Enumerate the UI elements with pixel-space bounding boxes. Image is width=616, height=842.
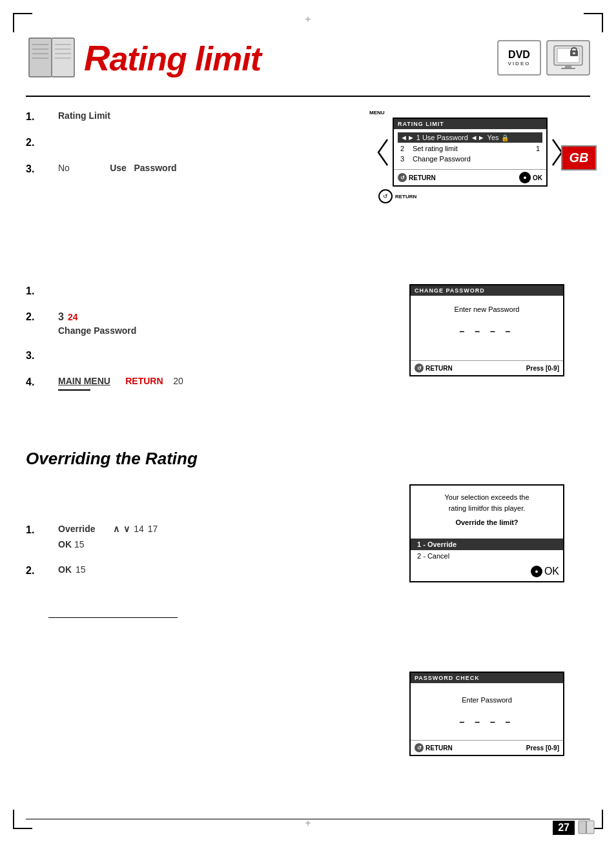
password-check-screen: PASSWORD CHECK Enter Password – – – – ↺ … (409, 672, 564, 756)
row3-num: 3 (400, 155, 411, 163)
step-num-2-4: 4. (26, 375, 45, 389)
menu-indicator-area: MENU (369, 110, 564, 116)
svg-rect-16 (573, 52, 575, 54)
step-2-2: 2. 3 24 Change Password (26, 310, 323, 337)
row1-arrows: ◄► (471, 134, 485, 141)
step-num-2-3: 3. (26, 349, 45, 363)
pc-title-bar: PASSWORD CHECK (411, 673, 563, 683)
ref-15-b: 15 (76, 564, 86, 577)
pc-press-label: Press [0-9] (526, 744, 559, 752)
step-content-1-1: Rating Limit (58, 110, 336, 123)
steps-area-4: 1. Override ∧ ∨ 14 17 OK 15 (26, 523, 310, 618)
ov-ok-btn: ● OK (531, 566, 559, 577)
row1-num: 1 (416, 134, 420, 141)
ov-body: Your selection exceeds the rating limitf… (411, 486, 563, 539)
left-cursor-icon (376, 136, 390, 169)
steps-area-1: 1. Rating Limit 2. 3. No Use Password (26, 110, 336, 188)
section2-change-password: 1. 2. 3 24 Change Password 3. 4. (26, 284, 590, 433)
cp-body: Enter new Password – – – – (411, 296, 563, 360)
step4-2-ok-label: OK (58, 564, 72, 577)
step-num-1-1: 1. (26, 110, 45, 124)
enter-new-password-text: Enter new Password (417, 305, 557, 313)
step-num-2-2: 2. (26, 310, 45, 324)
pc-return-label: RETURN (426, 744, 453, 752)
pc-dashes: – – – – (417, 717, 557, 727)
up-arrow-icon: ∧ (113, 523, 119, 536)
ov-text1: Your selection exceeds the (417, 492, 557, 503)
step2-content-row: 3 24 (58, 310, 323, 324)
step-content-4-1: Override ∧ ∨ 14 17 OK 15 (58, 523, 310, 551)
return-circle-btn: ↺ (378, 189, 393, 203)
tv-lock-icon (552, 44, 584, 71)
dvd-badge: DVD VIDEO (497, 40, 541, 76)
screen-row-3: 3 Change Password (398, 154, 542, 167)
step-content-2-4: MAIN MENU RETURN 20 (58, 375, 323, 391)
section1-rating-limit: 1. Rating Limit 2. 3. No Use Password (26, 110, 590, 278)
screen-row-1: ◄► 1 Use Password ◄► Yes 🔒 (398, 132, 542, 143)
svg-rect-17 (579, 821, 586, 834)
return-circle-icon: ↺ (398, 173, 407, 182)
arrow-left-icon: ◄► (400, 134, 415, 141)
step-text-1-1: Rating Limit (58, 110, 110, 121)
step4-2-row: OK 15 (58, 564, 310, 577)
password-dashes: – – – – (417, 326, 557, 336)
pc-return-btn: ↺ RETURN (415, 743, 453, 752)
step-num-4-2: 2. (26, 564, 45, 578)
footer-ok-label: OK (533, 174, 542, 181)
step-1-3: 3. No Use Password (26, 162, 336, 176)
step-4-2: 2. OK 15 (26, 564, 310, 578)
bottom-divider (26, 819, 590, 819)
ok-circle-icon: ● (519, 172, 531, 183)
step3-mid: Use (110, 163, 127, 173)
screen-nav-container: RATING LIMIT ◄► 1 Use Password ◄► Yes 🔒 (376, 118, 564, 187)
override-screen: Your selection exceeds the rating limitf… (409, 484, 564, 582)
return-indicator: ↺ RETURN (378, 189, 564, 203)
pc-return-circle-icon: ↺ (415, 743, 424, 752)
main-menu-label: MAIN MENU (58, 376, 110, 386)
ov-option-1[interactable]: 1 - Override (411, 539, 563, 550)
svg-rect-0 (29, 38, 52, 77)
screen-footer-1: ↺ RETURN ● OK (394, 169, 546, 185)
svg-rect-1 (52, 38, 74, 77)
step3-post: Password (134, 163, 177, 173)
page-ref-20: 20 (173, 376, 183, 386)
row1-label: Use Password (422, 134, 468, 141)
step2-page-ref: 24 (68, 311, 78, 324)
steps-area-2: 1. 2. 3 24 Change Password 3. 4. (26, 284, 323, 402)
step-num-1-3: 3. (26, 162, 45, 176)
step-2-1: 1. (26, 284, 323, 298)
return-text: RETURN (395, 194, 416, 200)
header-icons: DVD VIDEO (497, 40, 590, 76)
ov-footer: ● OK (411, 562, 563, 581)
page-number: 27 (553, 821, 575, 835)
ov-question: Override the limit? (417, 517, 557, 528)
rating-limit-screen: RATING LIMIT ◄► 1 Use Password ◄► Yes 🔒 (393, 118, 548, 187)
step-num-1-2: 2. (26, 136, 45, 150)
step-1-1: 1. Rating Limit (26, 110, 336, 124)
step-1-2: 2. (26, 136, 336, 150)
ov-text2: rating limitfor this player. (417, 503, 557, 514)
title-r-letter: R (84, 37, 109, 78)
row1-value: Yes (488, 134, 499, 141)
step4-1-ok-row: OK 15 (58, 539, 310, 551)
ov-ok-label: OK (544, 566, 559, 577)
pc-footer: ↺ RETURN Press [0-9] (411, 740, 563, 755)
cp-press-label: Press [0-9] (526, 365, 559, 372)
ref-14: 14 (134, 523, 144, 536)
screen-mockup-1: MENU RATING LIMIT ◄► 1 (376, 110, 564, 203)
svg-rect-14 (561, 68, 575, 69)
cp-footer: ↺ RETURN Press [0-9] (411, 360, 563, 375)
ov-ok-circle-icon: ● (531, 566, 542, 577)
ov-option-2[interactable]: 2 - Cancel (411, 550, 563, 562)
bottom-underline (48, 617, 178, 618)
svg-rect-13 (565, 65, 571, 68)
svg-rect-18 (586, 821, 594, 834)
step4-1-row: Override ∧ ∨ 14 17 (58, 523, 310, 536)
gb-badge: GB (561, 145, 597, 170)
return-ref-label: RETURN (125, 376, 163, 386)
change-password-screen: CHANGE PASSWORD Enter new Password – – –… (409, 284, 564, 376)
step-2-3: 3. (26, 349, 323, 363)
title-area: Rating limit (26, 35, 261, 80)
cp-return-label: RETURN (426, 365, 453, 372)
lock-badge (546, 40, 590, 76)
